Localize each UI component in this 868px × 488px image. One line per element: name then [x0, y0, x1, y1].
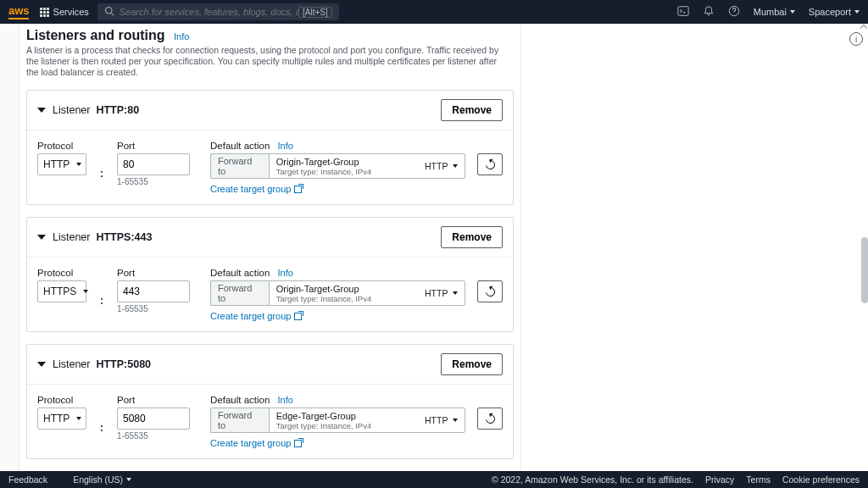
external-link-icon	[294, 440, 302, 447]
caret-down-icon	[453, 164, 458, 168]
disclosure-triangle-icon[interactable]	[37, 362, 46, 367]
colon-separator: :	[100, 155, 103, 180]
account-label: Spaceport	[809, 7, 851, 17]
refresh-button[interactable]	[477, 153, 503, 175]
cookie-preferences-link[interactable]: Cookie preferences	[782, 474, 860, 485]
aws-logo[interactable]: aws	[8, 4, 30, 19]
caret-down-icon	[76, 417, 81, 420]
protocol-select[interactable]: HTTP	[37, 153, 86, 175]
caret-down-icon	[790, 10, 795, 14]
remove-button[interactable]: Remove	[441, 226, 503, 248]
privacy-link[interactable]: Privacy	[705, 474, 734, 485]
services-label: Services	[53, 7, 89, 17]
colon-separator: :	[100, 409, 103, 434]
disclosure-triangle-icon[interactable]	[37, 108, 46, 113]
forward-to-label: Forward to	[210, 408, 269, 433]
global-search[interactable]: [Alt+S]	[97, 3, 339, 20]
terms-link[interactable]: Terms	[746, 474, 771, 485]
protocol-select[interactable]: HTTPS	[37, 280, 86, 302]
create-target-group-link[interactable]: Create target group	[210, 438, 503, 448]
region-selector[interactable]: Mumbai	[754, 7, 795, 17]
region-label: Mumbai	[754, 7, 787, 17]
protocol-select[interactable]: HTTP	[37, 408, 86, 430]
copyright-text: © 2022, Amazon Web Services, Inc. or its…	[492, 474, 693, 485]
svg-rect-2	[678, 7, 688, 16]
caret-down-icon	[453, 419, 458, 422]
account-selector[interactable]: Spaceport	[809, 7, 860, 17]
listener-card: Listener HTTPS:443 Remove Protocol HTTPS…	[26, 217, 514, 332]
create-target-group-link[interactable]: Create target group	[210, 184, 503, 194]
external-link-icon	[294, 313, 302, 320]
caret-down-icon	[854, 10, 860, 14]
panel-info-icon[interactable]: i	[849, 32, 863, 46]
target-group-select[interactable]: Origin-Target-Group Target type: Instanc…	[269, 153, 466, 179]
remove-button[interactable]: Remove	[441, 99, 503, 121]
default-action-label: Default action Info	[210, 141, 503, 151]
listener-title: Listener HTTPS:443	[53, 231, 152, 243]
port-hint: 1-65535	[117, 431, 190, 441]
default-action-info-link[interactable]: Info	[278, 268, 293, 278]
caret-down-icon	[126, 478, 131, 481]
port-input[interactable]	[117, 153, 190, 175]
listener-title: Listener HTTP:80	[53, 104, 139, 116]
refresh-icon	[484, 158, 497, 171]
svg-line-1	[111, 13, 114, 15]
content-column: Listeners and routing Info A listener is…	[19, 24, 520, 471]
caret-down-icon	[83, 290, 88, 293]
services-menu[interactable]: Services	[40, 7, 89, 17]
external-link-icon	[294, 186, 302, 193]
port-label: Port	[117, 268, 190, 278]
protocol-label: Protocol	[37, 395, 86, 405]
search-icon	[104, 6, 114, 18]
help-icon[interactable]	[728, 5, 740, 19]
scrollbar-thumb[interactable]	[861, 237, 868, 303]
top-nav: aws Services [Alt+S] Mumbai Spaceport	[0, 0, 868, 24]
refresh-icon	[484, 413, 497, 425]
listener-card: Listener HTTP:5080 Remove Protocol HTTP …	[26, 344, 514, 459]
colon-separator: :	[100, 282, 103, 307]
refresh-icon	[484, 286, 497, 298]
section-description: A listener is a process that checks for …	[26, 45, 501, 78]
services-grid-icon	[40, 8, 49, 17]
forward-to-label: Forward to	[210, 280, 269, 306]
section-info-link[interactable]: Info	[174, 31, 189, 42]
search-shortcut: [Alt+S]	[298, 7, 332, 18]
notifications-icon[interactable]	[703, 5, 715, 19]
right-panel: i	[520, 24, 868, 471]
collapsed-side-panel[interactable]	[0, 24, 19, 471]
listener-card: Listener HTTP:80 Remove Protocol HTTP : …	[26, 90, 514, 205]
language-selector[interactable]: English (US)	[73, 474, 131, 485]
caret-down-icon	[453, 291, 458, 295]
port-label: Port	[117, 141, 190, 151]
feedback-link[interactable]: Feedback	[8, 474, 47, 485]
section-title: Listeners and routing Info	[26, 24, 514, 43]
protocol-label: Protocol	[37, 268, 86, 278]
port-input[interactable]	[117, 408, 190, 430]
port-label: Port	[117, 395, 190, 405]
cloudshell-icon[interactable]	[677, 5, 689, 19]
listener-title: Listener HTTP:5080	[53, 358, 151, 370]
port-hint: 1-65535	[117, 177, 190, 186]
port-hint: 1-65535	[117, 304, 190, 313]
disclosure-triangle-icon[interactable]	[37, 235, 46, 240]
port-input[interactable]	[117, 280, 190, 302]
protocol-label: Protocol	[37, 141, 86, 151]
forward-to-label: Forward to	[210, 153, 269, 179]
default-action-info-link[interactable]: Info	[278, 395, 293, 405]
default-action-label: Default action Info	[210, 268, 503, 278]
search-input[interactable]	[120, 7, 298, 17]
remove-button[interactable]: Remove	[441, 353, 503, 375]
refresh-button[interactable]	[477, 408, 503, 430]
target-group-select[interactable]: Edge-Target-Group Target type: Instance,…	[269, 408, 466, 433]
caret-down-icon	[76, 163, 81, 166]
footer: Feedback English (US) © 2022, Amazon Web…	[0, 471, 868, 488]
default-action-info-link[interactable]: Info	[278, 141, 293, 151]
default-action-label: Default action Info	[210, 395, 503, 405]
svg-point-0	[105, 8, 112, 14]
target-group-select[interactable]: Origin-Target-Group Target type: Instanc…	[269, 280, 466, 306]
create-target-group-link[interactable]: Create target group	[210, 311, 503, 321]
refresh-button[interactable]	[477, 280, 503, 302]
